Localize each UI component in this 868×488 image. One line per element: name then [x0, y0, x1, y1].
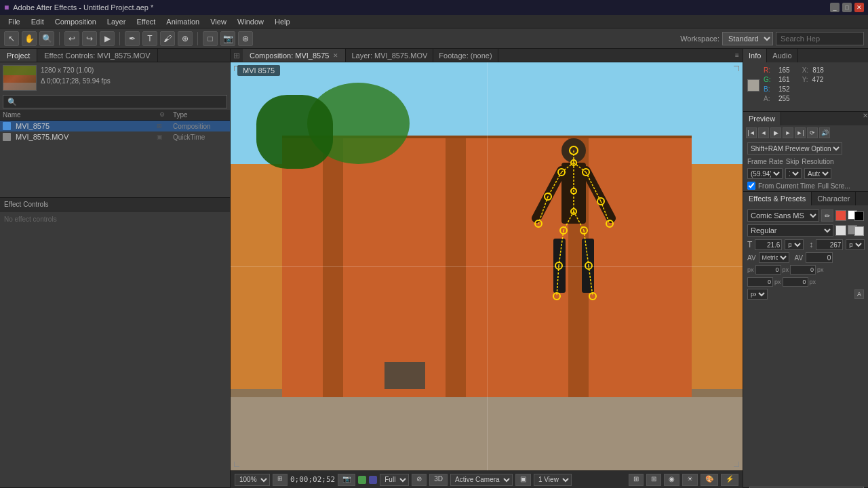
- tab-info[interactable]: Info: [743, 49, 767, 62]
- tool-stamp[interactable]: ⊕: [178, 31, 193, 46]
- prev-prev-frame[interactable]: ◄: [758, 127, 769, 138]
- menu-effect[interactable]: Effect: [131, 16, 161, 27]
- safe-zones-btn[interactable]: ⊞: [629, 474, 644, 486]
- tab-effects-presets[interactable]: Effects & Presets: [743, 192, 812, 205]
- fast-preview-btn[interactable]: ⚡: [721, 474, 738, 486]
- effect-controls-title: Effect Controls: [4, 201, 48, 208]
- px-input-4[interactable]: [783, 277, 808, 287]
- comp-tab-close[interactable]: ✕: [333, 52, 338, 59]
- menu-animation[interactable]: Animation: [161, 16, 205, 27]
- grid-btn[interactable]: ⊞: [646, 474, 661, 486]
- tool-select[interactable]: ↖: [4, 31, 19, 46]
- region-btn[interactable]: ⊞: [273, 474, 288, 486]
- maximize-button[interactable]: □: [842, 3, 852, 12]
- exposure-btn[interactable]: ☀: [682, 474, 698, 486]
- menu-edit[interactable]: Edit: [26, 16, 50, 27]
- tool-redo[interactable]: ↪: [82, 31, 97, 46]
- views-select[interactable]: 1 View: [534, 474, 572, 486]
- tool-pen[interactable]: ✒: [125, 31, 140, 46]
- color-preview-swatch[interactable]: [747, 79, 760, 92]
- prev-audio[interactable]: 🔊: [819, 127, 830, 138]
- font-family-select[interactable]: Comic Sans MS: [747, 209, 819, 222]
- res-select[interactable]: Auto: [804, 168, 831, 179]
- tab-project[interactable]: Project: [0, 49, 37, 62]
- main-unit-select[interactable]: px: [747, 289, 768, 300]
- tracking-input[interactable]: [806, 252, 833, 263]
- snap-btn[interactable]: 📷: [338, 474, 355, 486]
- close-button[interactable]: ✕: [854, 3, 864, 12]
- preview-panel-close[interactable]: ✕: [863, 112, 868, 125]
- tab-preview[interactable]: Preview: [743, 112, 781, 125]
- comp-tab-main[interactable]: Composition: MVI_8575 ✕: [243, 49, 346, 62]
- menu-layer[interactable]: Layer: [102, 16, 132, 27]
- preview-transport: |◄ ◄ ▶ ► ►| ⟳ 🔊: [743, 125, 868, 140]
- menu-window[interactable]: Window: [232, 16, 269, 27]
- project-search[interactable]: [3, 95, 227, 108]
- timecode-display: 0;00;02;52: [290, 475, 335, 484]
- footage-tab[interactable]: Footage: (none): [433, 49, 498, 62]
- camera-select[interactable]: Active Camera: [450, 474, 513, 486]
- file-icon-footage: ▣: [157, 134, 170, 140]
- swatch-black[interactable]: [854, 211, 864, 221]
- from-current-checkbox[interactable]: [747, 182, 755, 190]
- prev-play[interactable]: ▶: [770, 127, 781, 138]
- prev-next-frame[interactable]: ►: [783, 127, 793, 138]
- transparency-btn[interactable]: ⊘: [412, 474, 427, 486]
- channels-btn[interactable]: ◉: [664, 474, 679, 486]
- tool-brush[interactable]: 🖌: [160, 31, 175, 46]
- tool-camera[interactable]: 📷: [220, 31, 235, 46]
- menu-help[interactable]: Help: [269, 16, 296, 27]
- px-input-3[interactable]: [747, 277, 773, 287]
- superscript-btn[interactable]: A: [854, 289, 864, 299]
- px-input-1[interactable]: [755, 265, 781, 274]
- comp-panel-menu[interactable]: ≡: [732, 50, 743, 61]
- tool-hand[interactable]: ✋: [22, 31, 37, 46]
- green-indicator[interactable]: [358, 476, 366, 484]
- prev-last-frame[interactable]: ►|: [795, 127, 806, 138]
- tool-render[interactable]: ▶: [100, 31, 115, 46]
- swatch-stroke[interactable]: [835, 225, 846, 236]
- leading-unit-select[interactable]: px: [846, 239, 865, 250]
- zoom-select[interactable]: 100%: [235, 474, 270, 486]
- leading-input[interactable]: [816, 239, 843, 250]
- tool-puppet[interactable]: ⊛: [238, 31, 253, 46]
- svg-line-5: [586, 171, 611, 218]
- prev-loop[interactable]: ⟳: [807, 127, 818, 138]
- tool-undo[interactable]: ↩: [64, 31, 79, 46]
- quality-select[interactable]: Full: [380, 474, 409, 486]
- file-item-1[interactable]: MVI_8575.MOV ▣ QuickTime: [0, 131, 230, 142]
- workspace-select[interactable]: Standard: [722, 32, 773, 45]
- color-mgmt-btn[interactable]: 🎨: [701, 474, 718, 486]
- swatch-stroke-2[interactable]: [854, 226, 864, 236]
- comp-tab-icon[interactable]: ⊞: [231, 51, 243, 60]
- blue-indicator[interactable]: [369, 476, 377, 484]
- menu-file[interactable]: File: [3, 16, 26, 27]
- tab-character[interactable]: Character: [812, 192, 856, 205]
- separator-1: [59, 32, 60, 45]
- prev-first-frame[interactable]: |◄: [746, 127, 757, 138]
- view-layout-btn[interactable]: ▣: [515, 474, 531, 486]
- 3d-btn[interactable]: 3D: [429, 474, 448, 486]
- font-style-select[interactable]: Regular: [747, 224, 833, 237]
- skip-select[interactable]: 1: [785, 168, 802, 179]
- tab-effect-controls[interactable]: Effect Controls: MVI_8575.MOV: [37, 49, 157, 62]
- swatch-fill[interactable]: [835, 210, 846, 221]
- fr-select[interactable]: (59.94): [747, 168, 783, 179]
- layer-tab[interactable]: Layer: MVI_8575.MOV: [346, 49, 433, 62]
- menu-composition[interactable]: Composition: [50, 16, 102, 27]
- tool-shape[interactable]: □: [203, 31, 218, 46]
- tool-zoom[interactable]: 🔍: [39, 31, 54, 46]
- menu-view[interactable]: View: [205, 16, 232, 27]
- thumb-duration: Δ 0;00;17;28, 59.94 fps: [41, 76, 111, 87]
- size-unit-select[interactable]: px: [785, 239, 804, 250]
- tool-text[interactable]: T: [142, 31, 157, 46]
- tab-audio[interactable]: Audio: [767, 49, 797, 62]
- kerning-method-select[interactable]: Metric: [759, 252, 789, 263]
- file-item-0[interactable]: MVI_8575 ⊞ Composition: [0, 121, 230, 131]
- search-input[interactable]: [776, 32, 864, 45]
- font-edit-btn[interactable]: ✏: [821, 209, 833, 222]
- px-input-2[interactable]: [790, 265, 816, 274]
- minimize-button[interactable]: _: [830, 3, 840, 12]
- font-size-input[interactable]: [755, 239, 782, 250]
- ram-preview-select[interactable]: Shift+RAM Preview Options: [747, 142, 842, 155]
